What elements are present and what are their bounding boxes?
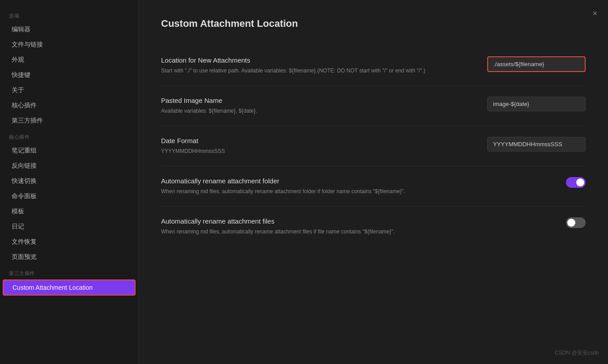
setting-control-auto-rename-files (566, 217, 586, 228)
setting-desc-auto-rename-folder: When renaming md files, automatically re… (161, 187, 452, 195)
sidebar-item-shortcuts[interactable]: 快捷键 (3, 68, 136, 83)
location-input[interactable] (487, 56, 586, 72)
setting-label-pasted-image: Pasted Image Name (161, 97, 452, 104)
toggle-container-folder (566, 177, 586, 188)
sidebar-item-editor[interactable]: 编辑器 (3, 22, 136, 37)
toggle-auto-rename-files[interactable] (566, 217, 586, 228)
setting-control-auto-rename-folder (566, 177, 586, 188)
sidebar-item-note-reorganize[interactable]: 笔记重组 (3, 143, 136, 158)
sidebar: 选项 编辑器 文件与链接 外观 快捷键 关于 核心插件 第三方插件 核心插件 笔… (0, 0, 139, 364)
sidebar-item-file-links[interactable]: 文件与链接 (3, 37, 136, 52)
sidebar-item-custom-attachment-location[interactable]: Custom Attachment Location (3, 279, 136, 296)
sidebar-item-backlinks[interactable]: 反向链接 (3, 158, 136, 174)
setting-desc-auto-rename-files: When renaming md files, automatically re… (161, 228, 452, 236)
setting-info-location: Location for New Attachments Start with … (161, 56, 465, 75)
sidebar-item-file-recovery[interactable]: 文件恢复 (3, 234, 136, 250)
sidebar-item-about[interactable]: 关于 (3, 83, 136, 98)
watermark: CSDN @安安csdn (555, 349, 599, 357)
app-container: 选项 编辑器 文件与链接 外观 快捷键 关于 核心插件 第三方插件 核心插件 笔… (0, 0, 608, 364)
setting-row-date-format: Date Format YYYYMMDDHHmmssSSS (161, 126, 586, 166)
pasted-image-input[interactable] (487, 97, 586, 111)
setting-info-date-format: Date Format YYYYMMDDHHmmssSSS (161, 137, 465, 155)
setting-control-pasted-image (487, 97, 586, 111)
setting-label-auto-rename-files: Automatically rename attachment files (161, 217, 452, 225)
toggle-knob-files (567, 219, 575, 227)
main-content: × Custom Attachment Location Location fo… (139, 0, 608, 364)
page-title: Custom Attachment Location (161, 18, 586, 30)
setting-row-auto-rename-folder: Automatically rename attachment folder W… (161, 166, 586, 207)
setting-desc-location: Start with "./" to use relative path. Av… (161, 67, 452, 75)
toggle-knob-folder (576, 178, 584, 186)
setting-row-location: Location for New Attachments Start with … (161, 46, 586, 86)
section-label-core: 核心插件 (0, 128, 138, 143)
setting-label-location: Location for New Attachments (161, 56, 452, 64)
date-format-input[interactable] (487, 137, 586, 152)
sidebar-item-core-plugins[interactable]: 核心插件 (3, 98, 136, 113)
toggle-auto-rename-folder[interactable] (566, 177, 586, 188)
setting-label-auto-rename-folder: Automatically rename attachment folder (161, 177, 452, 185)
sidebar-item-quick-switch[interactable]: 快速切换 (3, 174, 136, 189)
section-label-third: 第三方插件 (0, 265, 138, 279)
sidebar-item-appearance[interactable]: 外观 (3, 52, 136, 68)
setting-label-date-format: Date Format (161, 137, 452, 144)
setting-info-auto-rename-files: Automatically rename attachment files Wh… (161, 217, 465, 236)
close-button[interactable]: × (589, 7, 601, 20)
sidebar-item-command-palette[interactable]: 命令面板 (3, 189, 136, 204)
setting-info-auto-rename-folder: Automatically rename attachment folder W… (161, 177, 465, 195)
sidebar-item-page-preview[interactable]: 页面预览 (3, 250, 136, 265)
toggle-container-files (566, 217, 586, 228)
setting-info-pasted-image: Pasted Image Name Available variables: $… (161, 97, 465, 115)
setting-control-location (487, 56, 586, 72)
setting-row-auto-rename-files: Automatically rename attachment files Wh… (161, 207, 586, 246)
sidebar-item-third-party-plugins[interactable]: 第三方插件 (3, 113, 136, 128)
sidebar-item-templates[interactable]: 模板 (3, 204, 136, 219)
sidebar-item-diary[interactable]: 日记 (3, 219, 136, 234)
setting-desc-date-format: YYYYMMDDHHmmssSSS (161, 147, 452, 155)
setting-desc-pasted-image: Available variables: ${filename}, ${date… (161, 107, 452, 115)
section-label-options: 选项 (0, 7, 138, 22)
setting-row-pasted-image: Pasted Image Name Available variables: $… (161, 86, 586, 126)
setting-control-date-format (487, 137, 586, 152)
